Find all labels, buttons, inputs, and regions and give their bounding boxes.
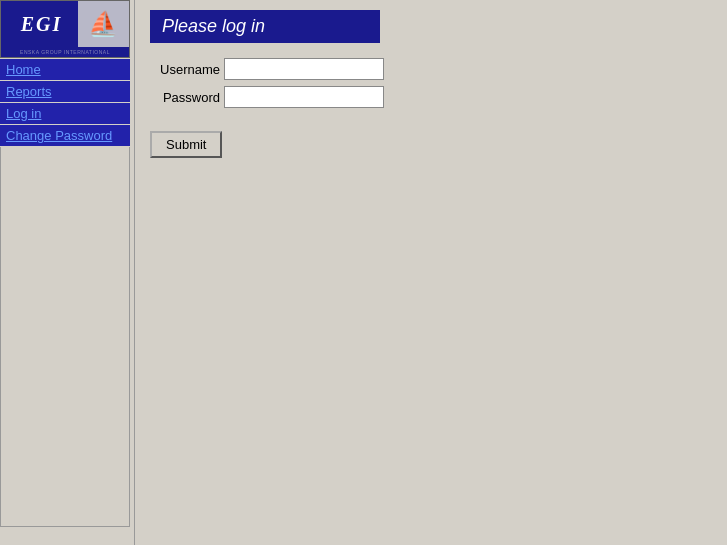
username-label: Username xyxy=(150,62,220,77)
username-input[interactable] xyxy=(224,58,384,80)
page-layout: EGI ⛵ ENSKA GROUP INTERNATIONAL Home Rep… xyxy=(0,0,727,545)
logo-subtitle: ENSKA GROUP INTERNATIONAL xyxy=(1,47,129,57)
submit-button[interactable]: Submit xyxy=(150,131,222,158)
password-row: Password xyxy=(150,86,712,108)
page-title: Please log in xyxy=(150,10,380,43)
nav-item-login[interactable]: Log in xyxy=(0,103,130,124)
sidebar: EGI ⛵ ENSKA GROUP INTERNATIONAL Home Rep… xyxy=(0,0,135,545)
nav-item-reports[interactable]: Reports xyxy=(0,81,130,102)
logo-main: EGI ⛵ xyxy=(1,1,129,47)
logo-container: EGI ⛵ ENSKA GROUP INTERNATIONAL xyxy=(0,0,130,58)
nav-item-change-password[interactable]: Change Password xyxy=(0,125,130,146)
password-input[interactable] xyxy=(224,86,384,108)
sidebar-empty-area xyxy=(0,147,130,527)
logo-ship-icon: ⛵ xyxy=(78,1,129,47)
password-label: Password xyxy=(150,90,220,105)
username-row: Username xyxy=(150,58,712,80)
main-content: Please log in Username Password Submit xyxy=(135,0,727,545)
nav-menu: Home Reports Log in Change Password xyxy=(0,59,134,146)
logo-brand: EGI xyxy=(1,1,78,47)
nav-item-home[interactable]: Home xyxy=(0,59,130,80)
login-form: Username Password xyxy=(150,58,712,108)
